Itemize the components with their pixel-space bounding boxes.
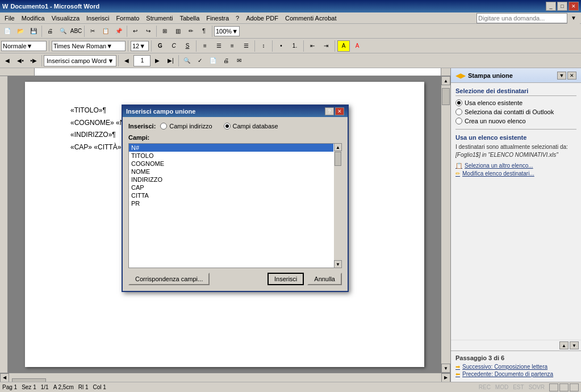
sidebar-link1[interactable]: 📋 Seleziona un altro elenco... bbox=[455, 162, 576, 169]
listbox-scroll-up[interactable]: ▲ bbox=[334, 143, 342, 151]
view-print-btn[interactable] bbox=[570, 383, 579, 391]
field-item-4[interactable]: INDIRIZZO bbox=[129, 176, 333, 184]
menu-visualizza[interactable]: Visualizza bbox=[48, 14, 83, 22]
merge-btn3[interactable]: ▪▶ bbox=[27, 55, 40, 66]
field-item-7[interactable]: PR bbox=[129, 199, 333, 207]
drawing-btn[interactable]: ✏ bbox=[185, 26, 197, 37]
sidebar-scroll-up[interactable]: ▲ bbox=[559, 341, 569, 349]
bold-btn[interactable]: G bbox=[154, 40, 166, 52]
menu-formato[interactable]: Formato bbox=[112, 14, 143, 22]
dialog-help-btn[interactable]: ? bbox=[325, 107, 334, 115]
indent-increase-btn[interactable]: ⇥ bbox=[320, 40, 332, 52]
listbox-scroll-thumb[interactable] bbox=[335, 152, 341, 166]
cut-btn[interactable]: ✂ bbox=[86, 26, 99, 37]
merge-check-btn[interactable]: ✓ bbox=[194, 55, 206, 66]
merge-print-btn[interactable]: 🖨 bbox=[220, 55, 232, 66]
highlight-btn[interactable]: A bbox=[337, 40, 350, 52]
scrollbar-down-btn[interactable]: ▼ bbox=[441, 364, 450, 373]
field-item-3[interactable]: NOME bbox=[129, 168, 333, 176]
font-color-btn[interactable]: A bbox=[351, 40, 363, 52]
hscroll-right-btn[interactable]: ▶ bbox=[441, 373, 450, 382]
merge-find-btn[interactable]: 🔍 bbox=[181, 55, 193, 66]
font-dropdown[interactable]: Times New Roman ▼ bbox=[52, 41, 126, 51]
undo-btn[interactable]: ↩ bbox=[129, 26, 141, 37]
line-spacing-btn[interactable]: ↕ bbox=[257, 40, 270, 52]
field-item-5[interactable]: CAP bbox=[129, 184, 333, 191]
numbering-btn[interactable]: 1. bbox=[289, 40, 301, 52]
inserisci-btn[interactable]: Inserisci bbox=[267, 273, 304, 285]
successivo-link[interactable]: ➡ Successivo: Composizione lettera bbox=[455, 364, 576, 370]
field-item-0[interactable]: N# bbox=[129, 144, 333, 152]
indent-decrease-btn[interactable]: ⇤ bbox=[306, 40, 319, 52]
sidebar-close-btn[interactable]: ✕ bbox=[567, 72, 576, 80]
sidebar-link2[interactable]: ✏ Modifica elenco destinatari... bbox=[455, 170, 576, 177]
menu-adobepdf[interactable]: Adobe PDF bbox=[243, 14, 282, 22]
insert-merge-field-btn[interactable]: Inserisci campo Word ▼ bbox=[44, 55, 116, 66]
table-btn[interactable]: ⊞ bbox=[158, 26, 171, 37]
sidebar-radio3[interactable]: Crea un nuovo elenco bbox=[455, 118, 576, 124]
copy-btn[interactable]: 📋 bbox=[99, 26, 112, 37]
menu-file[interactable]: File bbox=[1, 14, 18, 22]
scrollbar-track[interactable] bbox=[441, 85, 450, 364]
menu-inserisci[interactable]: Inserisci bbox=[83, 14, 112, 22]
hscroll-thumb[interactable] bbox=[12, 378, 46, 382]
style-dropdown[interactable]: Normale ▼ bbox=[1, 41, 47, 51]
hscroll-left-btn[interactable]: ◀ bbox=[0, 373, 9, 382]
field-item-6[interactable]: CITTA bbox=[129, 191, 333, 199]
merge-nav-prev[interactable]: ◀ bbox=[120, 55, 133, 66]
merge-nav-last[interactable]: ▶| bbox=[164, 55, 177, 66]
field-item-2[interactable]: COGNOME bbox=[129, 160, 333, 168]
annulla-btn[interactable]: Annulla bbox=[307, 273, 342, 285]
close-button[interactable]: ✕ bbox=[569, 2, 579, 11]
menu-help[interactable]: ? bbox=[232, 14, 243, 22]
redo-btn[interactable]: ↪ bbox=[142, 26, 154, 37]
view-web-btn[interactable] bbox=[559, 383, 569, 391]
menu-tabella[interactable]: Tabella bbox=[176, 14, 203, 22]
corrispondenza-btn[interactable]: Corrispondenza campi... bbox=[128, 273, 210, 285]
maximize-button[interactable]: □ bbox=[557, 2, 567, 11]
search-dropdown-btn[interactable]: ▼ bbox=[567, 12, 580, 24]
scrollbar-up-btn[interactable]: ▲ bbox=[441, 76, 450, 85]
zoom-dropdown[interactable]: 100% ▼ bbox=[214, 26, 240, 36]
underline-btn[interactable]: S bbox=[181, 40, 194, 52]
radio-database-fields[interactable]: Campi database bbox=[224, 123, 278, 130]
minimize-button[interactable]: _ bbox=[546, 2, 556, 11]
columns-btn[interactable]: ▥ bbox=[172, 26, 184, 37]
sidebar-scroll-down[interactable]: ▼ bbox=[570, 341, 579, 349]
sidebar-dropdown-btn[interactable]: ▼ bbox=[557, 72, 566, 80]
search-input[interactable] bbox=[476, 13, 567, 23]
sidebar-radio1[interactable]: Usa elenco esistente bbox=[455, 99, 576, 106]
menu-commenti[interactable]: Commenti Acrobat bbox=[282, 14, 340, 22]
bullet-btn[interactable]: • bbox=[275, 40, 287, 52]
view-normal-btn[interactable] bbox=[549, 383, 558, 391]
merge-to-doc-btn[interactable]: 📄 bbox=[207, 55, 219, 66]
showformat-btn[interactable]: ¶ bbox=[198, 26, 210, 37]
precedente-link[interactable]: ⬅ Precedente: Documento di partenza bbox=[455, 371, 576, 377]
scrollbar-thumb[interactable] bbox=[442, 88, 450, 105]
menu-strumenti[interactable]: Strumenti bbox=[143, 14, 176, 22]
dialog-close-btn[interactable]: ✕ bbox=[335, 107, 344, 115]
menu-modifica[interactable]: Modifica bbox=[18, 14, 48, 22]
merge-btn2[interactable]: ◀▪ bbox=[14, 55, 27, 66]
align-center-btn[interactable]: ☰ bbox=[212, 40, 225, 52]
sidebar-radio2[interactable]: Seleziona dai contatti di Outlook bbox=[455, 109, 576, 115]
field-item-1[interactable]: TITOLO bbox=[129, 152, 333, 160]
open-btn[interactable]: 📂 bbox=[14, 26, 27, 37]
merge-btn1[interactable]: ◀ bbox=[1, 55, 14, 66]
align-right-btn[interactable]: ≡ bbox=[226, 40, 239, 52]
new-btn[interactable]: 📄 bbox=[1, 26, 14, 37]
save-btn[interactable]: 💾 bbox=[27, 26, 40, 37]
merge-email-btn[interactable]: ✉ bbox=[233, 55, 245, 66]
size-dropdown[interactable]: 12 ▼ bbox=[131, 41, 149, 51]
fields-listbox[interactable]: N# TITOLO COGNOME NOME INDIRIZZO CAP CIT… bbox=[128, 143, 342, 268]
merge-nav-next[interactable]: ▶ bbox=[151, 55, 164, 66]
preview-btn[interactable]: 🔍 bbox=[57, 26, 69, 37]
print-btn[interactable]: 🖨 bbox=[44, 26, 56, 37]
italic-btn[interactable]: C bbox=[168, 40, 180, 52]
menu-finestra[interactable]: Finestra bbox=[203, 14, 232, 22]
listbox-scroll-down[interactable]: ▼ bbox=[334, 260, 342, 268]
align-justify-btn[interactable]: ☰ bbox=[240, 40, 252, 52]
paste-btn[interactable]: 📌 bbox=[112, 26, 125, 37]
radio-address-fields[interactable]: Campi indirizzo bbox=[160, 123, 212, 130]
document-canvas[interactable]: «TITOLO»¶ «COGNOME» «NOME»¶ «INDIRIZZO»¶… bbox=[8, 76, 441, 373]
